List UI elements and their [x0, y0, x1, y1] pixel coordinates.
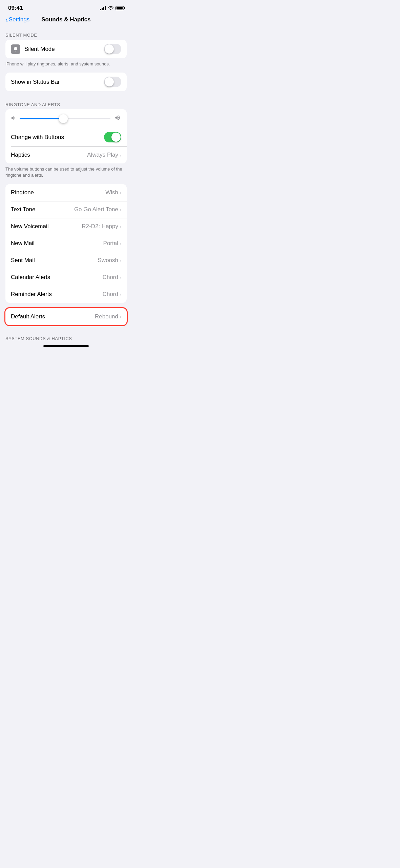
volume-slider-row[interactable]	[5, 109, 127, 128]
default-alerts-row[interactable]: Default Alerts Rebound ›	[5, 308, 127, 325]
page-title: Sounds & Haptics	[41, 16, 90, 23]
battery-icon	[115, 6, 124, 10]
back-button[interactable]: ‹ Settings	[5, 16, 29, 23]
change-with-buttons-label: Change with Buttons	[11, 134, 64, 141]
show-status-bar-toggle[interactable]	[104, 77, 121, 87]
new-mail-label: New Mail	[11, 240, 35, 247]
show-status-bar-label: Show in Status Bar	[11, 79, 60, 85]
change-with-buttons-toggle[interactable]	[104, 132, 121, 142]
sent-mail-row[interactable]: Sent Mail Swoosh ›	[5, 252, 127, 269]
ringtone-alerts-card: Change with Buttons Haptics Always Play …	[5, 109, 127, 163]
silent-mode-toggle[interactable]	[104, 44, 121, 54]
volume-slider-track[interactable]	[20, 118, 110, 119]
show-status-bar-card: Show in Status Bar	[5, 73, 127, 91]
signal-icon	[100, 6, 106, 10]
new-voicemail-row[interactable]: New Voicemail R2-D2: Happy ›	[5, 218, 127, 235]
silent-mode-label: Silent Mode	[24, 46, 55, 53]
ringtone-alerts-description: The volume buttons can be used to adjust…	[0, 163, 132, 178]
new-mail-chevron-icon: ›	[120, 240, 121, 246]
volume-high-icon	[114, 115, 121, 122]
system-sounds-section-label: SYSTEM SOUNDS & HAPTICS	[0, 331, 132, 342]
reminder-alerts-value: Chord ›	[103, 291, 121, 298]
sent-mail-value: Swoosh ›	[98, 257, 121, 264]
silent-mode-description: iPhone will play ringtones, alerts, and …	[0, 58, 132, 67]
calendar-alerts-value: Chord ›	[103, 274, 121, 281]
new-mail-row[interactable]: New Mail Portal ›	[5, 235, 127, 252]
volume-low-icon	[11, 115, 16, 122]
silent-mode-section-label: SILENT MODE	[0, 27, 132, 40]
text-tone-value: Go Go Alert Tone ›	[74, 206, 121, 213]
bell-svg	[13, 46, 18, 52]
show-status-bar-row[interactable]: Show in Status Bar	[5, 73, 127, 91]
haptics-row[interactable]: Haptics Always Play ›	[5, 146, 127, 163]
back-chevron-icon: ‹	[5, 16, 8, 23]
new-voicemail-chevron-icon: ›	[120, 223, 121, 229]
ringtone-row[interactable]: Ringtone Wish ›	[5, 184, 127, 201]
calendar-alerts-row[interactable]: Calendar Alerts Chord ›	[5, 269, 127, 286]
default-alerts-card[interactable]: Default Alerts Rebound ›	[5, 308, 127, 325]
ringtone-value: Wish ›	[105, 189, 121, 196]
ringtone-alerts-section-label: RINGTONE AND ALERTS	[0, 97, 132, 109]
silent-mode-row[interactable]: Silent Mode	[5, 40, 127, 58]
text-tone-chevron-icon: ›	[120, 206, 121, 212]
new-voicemail-value: R2-D2: Happy ›	[82, 223, 121, 230]
sent-mail-label: Sent Mail	[11, 257, 35, 264]
new-mail-value: Portal ›	[103, 240, 121, 247]
text-tone-label: Text Tone	[11, 206, 35, 213]
volume-slider-thumb[interactable]	[59, 114, 68, 123]
status-bar: 09:41	[0, 0, 132, 14]
haptics-chevron-icon: ›	[120, 152, 121, 158]
default-alerts-label: Default Alerts	[11, 313, 45, 320]
wifi-icon	[108, 5, 113, 11]
change-with-buttons-row[interactable]: Change with Buttons	[5, 128, 127, 146]
calendar-alerts-chevron-icon: ›	[120, 274, 121, 280]
silent-mode-card: Silent Mode	[5, 40, 127, 58]
new-voicemail-label: New Voicemail	[11, 223, 49, 230]
tones-card: Ringtone Wish › Text Tone Go Go Alert To…	[5, 184, 127, 303]
calendar-alerts-label: Calendar Alerts	[11, 274, 50, 281]
nav-header: ‹ Settings Sounds & Haptics	[0, 14, 132, 27]
status-icons	[100, 5, 124, 11]
sent-mail-chevron-icon: ›	[120, 257, 121, 263]
status-time: 09:41	[8, 5, 23, 12]
volume-slider-fill	[20, 118, 63, 119]
ringtone-label: Ringtone	[11, 189, 34, 196]
default-alerts-value: Rebound ›	[95, 313, 121, 320]
reminder-alerts-chevron-icon: ›	[120, 291, 121, 297]
reminder-alerts-row[interactable]: Reminder Alerts Chord ›	[5, 286, 127, 303]
ringtone-chevron-icon: ›	[120, 190, 121, 195]
default-alerts-chevron-icon: ›	[120, 314, 121, 319]
home-indicator	[43, 345, 89, 347]
haptics-value: Always Play ›	[87, 152, 121, 158]
bell-icon	[11, 44, 20, 54]
back-label: Settings	[9, 16, 29, 23]
haptics-label: Haptics	[11, 152, 30, 158]
text-tone-row[interactable]: Text Tone Go Go Alert Tone ›	[5, 201, 127, 218]
reminder-alerts-label: Reminder Alerts	[11, 291, 52, 298]
